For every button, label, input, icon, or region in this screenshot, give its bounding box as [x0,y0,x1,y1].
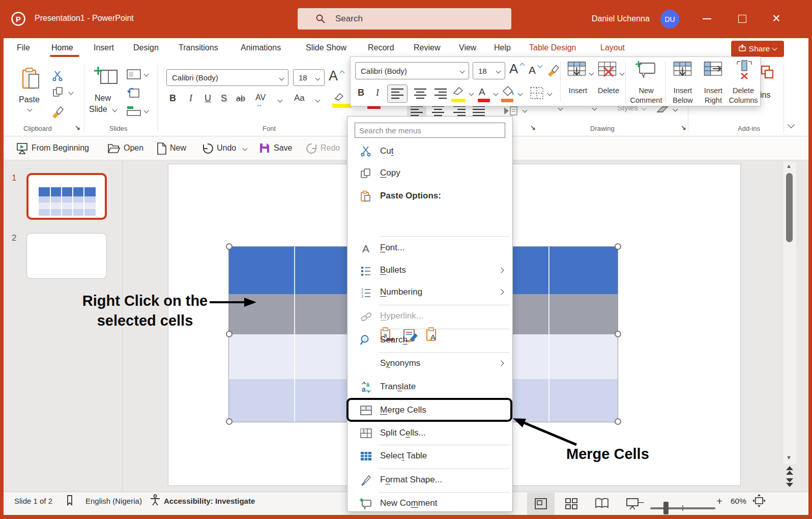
section-button[interactable] [127,106,141,118]
scroll-up-arrow[interactable]: ▲ [786,163,792,169]
save-button[interactable]: Save [274,143,292,153]
table-resize-handle[interactable] [226,418,233,425]
new-slide-button[interactable] [94,65,119,92]
tab-design[interactable]: Design [133,43,159,52]
increase-font-size-button[interactable]: A [329,68,338,84]
menu-item-cut[interactable]: Cut [347,141,512,162]
close-button[interactable]: × [772,11,780,26]
menu-item-translate[interactable]: aǎ Translate [347,377,512,398]
share-button[interactable]: Share [731,41,784,57]
zoom-level[interactable]: 60% [731,497,746,506]
next-slide-button[interactable] [786,478,794,491]
tab-file[interactable]: File [17,43,30,52]
mini-new-comment-button[interactable]: New Comment [629,59,663,105]
tab-layout[interactable]: Layout [600,43,625,52]
copy-button[interactable] [52,86,64,100]
ribbon-font-name-combobox[interactable]: Calibri (Body) [166,69,288,86]
menu-item-bullets[interactable]: Bullets [347,260,512,281]
mini-borders-button[interactable] [530,86,544,102]
slide-1-thumbnail[interactable] [26,173,107,220]
tab-table-design[interactable]: Table Design [529,43,576,52]
tab-view[interactable]: View [459,43,476,52]
highlight-pen-icon[interactable] [334,92,345,104]
format-painter-button[interactable] [50,105,65,121]
table-resize-handle[interactable] [226,243,233,250]
reset-slide-button[interactable] [127,86,140,102]
tab-review[interactable]: Review [414,43,440,52]
shrink-font-button[interactable]: A [529,64,536,76]
grow-font-button[interactable]: A [509,61,518,77]
tab-transitions[interactable]: Transitions [179,43,218,52]
avatar[interactable]: DU [660,10,679,28]
ribbon-font-size-combobox[interactable]: 18 [293,69,325,86]
redo-button[interactable]: Redo [321,143,340,153]
language-status[interactable]: English (Nigeria) [85,497,142,505]
paragraph-dialog-launcher[interactable]: ↘ [530,124,536,131]
menu-item-select-table[interactable]: Select Table [347,446,512,467]
mini-bold-button[interactable]: B [358,88,364,98]
user-name[interactable]: Daniel Uchenna [592,14,650,23]
insert-table-rows-button[interactable]: Insert [563,59,593,105]
strikethrough-button[interactable]: ab [236,94,245,103]
slide-sorter-view-button[interactable] [558,493,585,515]
scrollbar-thumb[interactable] [786,173,793,242]
drawing-dialog-launcher[interactable]: ↘ [681,124,686,131]
tab-slide-show[interactable]: Slide Show [306,43,346,52]
mini-highlight-chevron[interactable] [469,91,474,96]
change-case-button[interactable]: Aa [294,93,305,103]
tab-insert[interactable]: Insert [94,43,114,52]
maximize-button[interactable] [738,15,746,23]
insert-below-button[interactable]: Insert Below [668,59,698,105]
cut-button[interactable] [51,70,64,84]
menu-search-input[interactable] [355,123,505,138]
table-resize-handle[interactable] [226,331,233,337]
italic-button[interactable]: I [189,93,192,104]
mini-borders-chevron[interactable] [547,91,553,96]
menu-item-copy[interactable]: Copy [347,163,512,184]
mini-italic-button[interactable]: I [376,88,379,98]
previous-slide-button[interactable] [786,466,794,478]
table-resize-handle[interactable] [615,331,621,337]
zoom-slider-thumb[interactable] [663,502,669,514]
open-button[interactable]: Open [124,143,143,153]
spell-check-icon[interactable] [63,494,76,509]
delete-table-button[interactable]: Delete [594,59,623,105]
mini-font-size-combobox[interactable]: 18 [473,62,505,79]
from-beginning-button[interactable]: From Beginning [32,143,89,153]
menu-item-numbering[interactable]: 123 Numbering [347,282,512,303]
underline-button[interactable]: U [205,93,211,104]
mini-format-painter-button[interactable] [546,63,560,79]
bold-button[interactable]: B [169,93,176,104]
insert-right-button[interactable]: Insert Right [699,59,728,105]
titlebar-search-input[interactable] [298,8,511,30]
mini-shape-fill-button[interactable] [502,85,515,99]
tab-animations[interactable]: Animations [241,43,281,52]
mini-font-color-chevron[interactable] [494,91,499,96]
menu-item-search[interactable]: i Search [347,330,512,351]
tab-home[interactable]: Home [51,43,73,52]
tab-record[interactable]: Record [368,43,394,52]
mini-align-right-button[interactable] [434,88,447,102]
menu-item-split-cells[interactable]: Split Cells... [347,423,512,444]
mini-font-color-button[interactable]: A [479,86,485,98]
accessibility-status[interactable]: Accessibility: Investigate [164,497,255,505]
text-shadow-button[interactable]: S [221,93,227,104]
zoom-out-button[interactable]: – [638,496,644,508]
mini-highlight-button[interactable] [452,85,465,99]
table-resize-handle[interactable] [615,243,621,250]
addins-icon[interactable] [761,64,774,89]
slide-2-thumbnail[interactable] [26,233,107,279]
minimize-button[interactable] [703,18,711,19]
clipboard-dialog-launcher[interactable]: ↘ [75,124,80,131]
zoom-in-button[interactable]: + [716,495,722,507]
reading-view-button[interactable] [588,493,616,515]
new-button[interactable]: New [170,143,186,153]
undo-button[interactable]: Undo [217,143,236,153]
table-resize-handle[interactable] [615,418,621,425]
slide-layout-button[interactable] [127,69,141,81]
slide-counter[interactable]: Slide 1 of 2 [14,497,52,505]
mini-align-center-button[interactable] [414,88,427,102]
normal-view-button[interactable] [527,493,555,515]
mini-shape-fill-chevron[interactable] [518,91,523,96]
scroll-down-arrow[interactable]: ▼ [786,454,792,460]
